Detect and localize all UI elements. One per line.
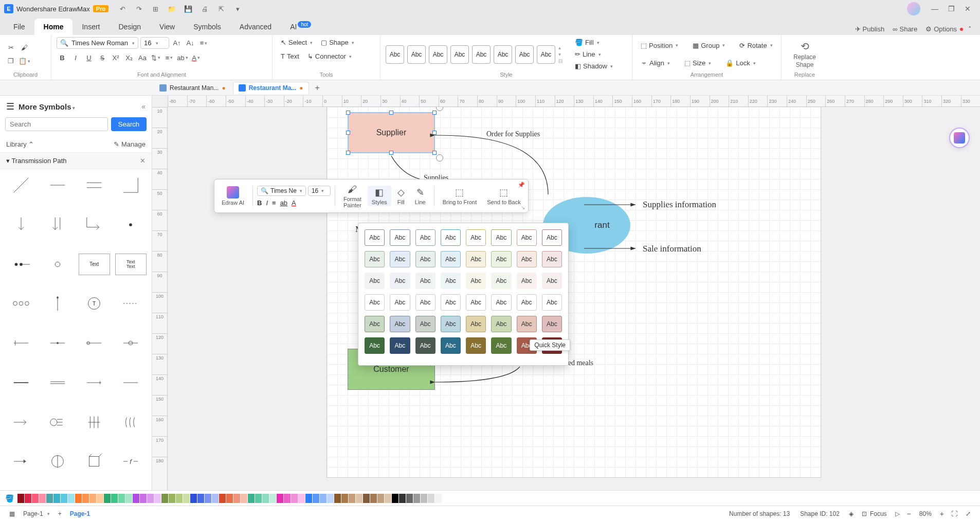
color-swatch[interactable] xyxy=(118,494,125,503)
line-button[interactable]: ✏Line▾ xyxy=(572,49,616,60)
shape-item[interactable] xyxy=(79,214,110,236)
style-option[interactable]: Abc xyxy=(466,229,486,246)
canvas[interactable]: Supplier Customer xyxy=(168,107,980,490)
color-swatch[interactable] xyxy=(39,494,46,503)
shape-tool[interactable]: ▢Shape▾ xyxy=(318,37,357,48)
color-swatch[interactable] xyxy=(363,494,370,503)
style-option[interactable]: Abc xyxy=(517,251,537,267)
shape-item[interactable] xyxy=(79,411,110,433)
style-option[interactable]: Abc xyxy=(517,294,537,311)
paste-icon[interactable]: 📋▾ xyxy=(19,56,30,67)
color-swatch[interactable] xyxy=(356,494,362,503)
color-swatch[interactable] xyxy=(442,494,449,503)
color-swatch[interactable] xyxy=(241,494,247,503)
style-option[interactable]: Abc xyxy=(390,251,410,267)
style-swatch[interactable]: Abc xyxy=(537,45,555,64)
close-button[interactable]: ✕ xyxy=(959,5,976,13)
strikethrough-icon[interactable]: S̶ xyxy=(97,52,108,63)
shape-item[interactable] xyxy=(115,293,147,314)
style-option[interactable]: Abc xyxy=(365,251,385,267)
style-option[interactable]: Abc xyxy=(466,294,486,311)
italic-icon[interactable]: I xyxy=(70,52,81,63)
export-icon[interactable]: ⇱ xyxy=(216,5,226,13)
color-swatch[interactable] xyxy=(349,494,355,503)
color-swatch[interactable] xyxy=(53,494,60,503)
color-swatch[interactable] xyxy=(32,494,39,503)
float-italic-icon[interactable]: I xyxy=(266,199,268,207)
color-swatch[interactable] xyxy=(341,494,348,503)
style-option[interactable]: Abc xyxy=(542,273,562,289)
fullscreen-icon[interactable]: ⤢ xyxy=(961,509,975,518)
tab-view[interactable]: View xyxy=(150,19,184,35)
tab-ai[interactable]: AIhot xyxy=(281,19,320,35)
ai-assistant-button[interactable] xyxy=(949,128,970,148)
float-line[interactable]: ✎Line xyxy=(411,186,430,206)
style-option[interactable]: Abc xyxy=(466,337,486,354)
color-swatch[interactable] xyxy=(392,494,398,503)
copy-icon[interactable]: ❐ xyxy=(5,56,16,67)
shape-item[interactable] xyxy=(79,174,110,196)
case-icon[interactable]: Aa xyxy=(137,52,148,63)
float-font-select[interactable]: 🔍 Times Ne ▾ xyxy=(257,186,306,196)
redo-icon[interactable]: ↷ xyxy=(134,5,143,13)
shape-item[interactable] xyxy=(42,254,73,275)
category-title[interactable]: ▾ Transmission Path xyxy=(6,157,67,165)
color-swatch[interactable] xyxy=(104,494,111,503)
color-swatch[interactable] xyxy=(413,494,420,503)
user-avatar[interactable] xyxy=(907,2,920,15)
style-swatch[interactable]: Abc xyxy=(515,45,534,64)
color-swatch[interactable] xyxy=(154,494,161,503)
tab-insert[interactable]: Insert xyxy=(72,19,109,35)
expand-icon[interactable]: ↘ xyxy=(521,205,525,210)
tab-design[interactable]: Design xyxy=(109,19,150,35)
style-option[interactable]: Abc xyxy=(390,294,410,311)
color-swatch[interactable] xyxy=(399,494,406,503)
style-option[interactable]: Abc xyxy=(441,229,461,246)
color-swatch[interactable] xyxy=(212,494,219,503)
color-swatch[interactable] xyxy=(61,494,67,503)
format-painter-icon[interactable]: 🖌 xyxy=(19,42,30,53)
color-swatch[interactable] xyxy=(169,494,175,503)
color-swatch[interactable] xyxy=(421,494,427,503)
tab-symbols[interactable]: Symbols xyxy=(184,19,230,35)
float-size-select[interactable]: 16 ▾ xyxy=(308,186,331,196)
color-swatch[interactable] xyxy=(125,494,132,503)
new-icon[interactable]: ⊞ xyxy=(151,5,160,13)
share-button[interactable]: ∞Share xyxy=(888,23,921,35)
fill-bucket-icon[interactable]: 🪣 xyxy=(5,494,14,502)
fill-button[interactable]: 🪣Fill▾ xyxy=(572,37,616,48)
style-option[interactable]: Abc xyxy=(517,316,537,332)
style-option[interactable]: Abc xyxy=(390,229,410,246)
minimize-button[interactable]: — xyxy=(927,5,943,13)
shape-item[interactable] xyxy=(79,332,110,354)
color-swatch[interactable] xyxy=(75,494,82,503)
resize-handle[interactable] xyxy=(389,151,393,155)
color-swatch[interactable] xyxy=(255,494,262,503)
search-button[interactable]: Search xyxy=(111,117,147,131)
resize-handle[interactable] xyxy=(346,151,350,155)
color-swatch[interactable] xyxy=(284,494,291,503)
color-swatch[interactable] xyxy=(140,494,147,503)
color-swatch[interactable] xyxy=(269,494,276,503)
color-swatch[interactable] xyxy=(305,494,312,503)
color-swatch[interactable] xyxy=(334,494,341,503)
shape-item[interactable] xyxy=(115,372,147,393)
page-list-icon[interactable]: ▦ xyxy=(5,509,19,518)
style-option[interactable]: Abc xyxy=(390,316,410,332)
tab-file[interactable]: File xyxy=(4,19,34,35)
publish-button[interactable]: ✈Publish xyxy=(851,23,889,35)
library-link[interactable]: Library ⌃ xyxy=(6,140,34,148)
style-option[interactable]: Abc xyxy=(491,251,511,267)
bold-icon[interactable]: B xyxy=(57,52,68,63)
focus-button[interactable]: ⊡ Focus xyxy=(858,509,891,518)
align-icon[interactable]: ≡▾ xyxy=(198,38,209,49)
color-swatch[interactable] xyxy=(147,494,154,503)
color-swatch[interactable] xyxy=(277,494,283,503)
rotate-handle[interactable] xyxy=(436,154,443,161)
tab-advanced[interactable]: Advanced xyxy=(230,19,281,35)
color-swatch[interactable] xyxy=(233,494,240,503)
color-swatch[interactable] xyxy=(219,494,226,503)
zoom-in-button[interactable]: + xyxy=(937,510,947,518)
style-option[interactable]: Abc xyxy=(542,251,562,267)
shape-item[interactable] xyxy=(79,372,110,393)
